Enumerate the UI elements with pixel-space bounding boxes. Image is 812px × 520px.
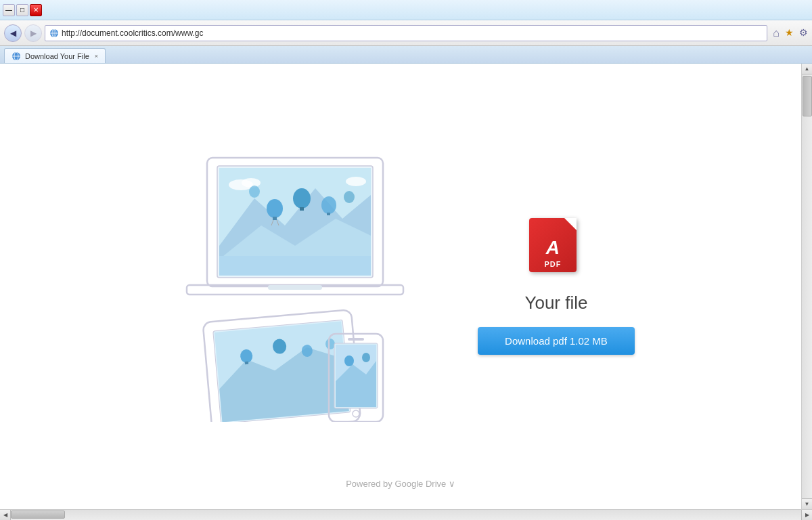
svg-point-42 xyxy=(344,355,354,366)
scroll-thumb[interactable] xyxy=(803,76,812,116)
tab-label: Download Your File xyxy=(25,52,89,60)
svg-point-24 xyxy=(321,196,336,214)
tab-bar: Download Your File × xyxy=(0,46,812,64)
forward-icon: ▶ xyxy=(30,28,37,38)
svg-rect-19 xyxy=(273,217,277,220)
title-bar-left: — □ ✕ xyxy=(3,4,42,16)
svg-point-16 xyxy=(242,178,261,188)
maximize-button[interactable]: □ xyxy=(16,4,28,16)
svg-point-45 xyxy=(353,410,359,417)
devices-illustration xyxy=(166,137,424,435)
close-button[interactable]: ✕ xyxy=(30,4,42,16)
back-icon: ◀ xyxy=(10,28,16,38)
favorites-icon[interactable]: ★ xyxy=(785,27,794,39)
bottom-scrollbar: ◀ ▶ xyxy=(0,509,812,520)
svg-point-18 xyxy=(267,199,283,218)
forward-button[interactable]: ▶ xyxy=(24,24,42,42)
h-scroll-thumb[interactable] xyxy=(11,511,65,519)
svg-rect-23 xyxy=(300,207,304,211)
scroll-track[interactable] xyxy=(802,74,812,498)
file-title: Your file xyxy=(524,292,587,313)
active-tab[interactable]: Download Your File × xyxy=(4,48,106,63)
svg-rect-10 xyxy=(268,285,322,290)
powered-by-text: Powered by Google Drive ∨ xyxy=(346,479,455,489)
svg-rect-44 xyxy=(348,338,364,341)
scroll-down-button[interactable]: ▼ xyxy=(802,498,813,509)
nav-bar: ◀ ▶ http://document.coolcritics.com/www.… xyxy=(0,20,812,46)
download-panel: A PDF Your file Download pdf 1.02 MB xyxy=(478,218,635,355)
back-button[interactable]: ◀ xyxy=(4,24,22,42)
page-content: A PDF Your file Download pdf 1.02 MB Pow… xyxy=(0,64,801,509)
svg-point-26 xyxy=(249,186,260,198)
svg-point-22 xyxy=(293,188,311,209)
acrobat-symbol: A xyxy=(546,237,560,259)
content-row: A PDF Your file Download pdf 1.02 MB xyxy=(0,137,801,435)
address-bar[interactable]: http://document.coolcritics.com/www.gc xyxy=(45,25,767,41)
svg-point-17 xyxy=(346,177,366,186)
scroll-left-button[interactable]: ◀ xyxy=(0,510,11,521)
devices-svg xyxy=(166,137,424,422)
scroll-up-button[interactable]: ▲ xyxy=(802,64,813,74)
content-area: A PDF Your file Download pdf 1.02 MB Pow… xyxy=(0,64,812,509)
minimize-button[interactable]: — xyxy=(3,4,15,16)
svg-rect-25 xyxy=(327,213,330,215)
svg-point-43 xyxy=(362,353,370,362)
svg-point-27 xyxy=(344,191,355,203)
browser-window: — □ ✕ ◀ ▶ h xyxy=(0,0,812,520)
browser-icon xyxy=(49,28,59,38)
right-scrollbar: ▲ ▼ xyxy=(801,64,812,509)
svg-rect-14 xyxy=(219,256,371,276)
svg-rect-33 xyxy=(245,362,248,364)
tools-icon[interactable]: ⚙ xyxy=(799,27,808,39)
tab-close-button[interactable]: × xyxy=(95,53,98,60)
download-button[interactable]: Download pdf 1.02 MB xyxy=(478,327,635,355)
address-bar-row: http://document.coolcritics.com/www.gc xyxy=(45,25,767,41)
tab-favicon xyxy=(12,51,21,61)
title-bar: — □ ✕ xyxy=(0,0,812,20)
h-scroll-track[interactable] xyxy=(11,510,801,520)
url-text: http://document.coolcritics.com/www.gc xyxy=(62,28,203,38)
pdf-file-icon: A PDF xyxy=(529,218,583,279)
scroll-right-button[interactable]: ▶ xyxy=(801,510,812,521)
home-icon[interactable]: ⌂ xyxy=(773,27,780,39)
pdf-label: PDF xyxy=(544,260,561,268)
